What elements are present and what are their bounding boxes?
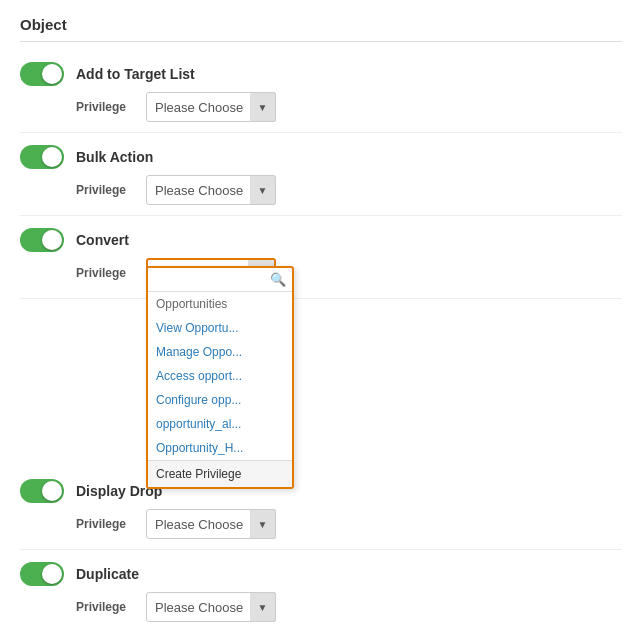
privilege-label-add-to-target-list: Privilege — [76, 100, 146, 114]
toggle-display-drop[interactable] — [20, 479, 64, 503]
privilege-select-duplicate[interactable]: Please Choose — [146, 592, 276, 622]
item-convert: Convert Privilege Please Choose ▼ 🔍 Oppo… — [20, 216, 622, 299]
item-bulk-action: Bulk Action Privilege Please Choose — [20, 133, 622, 216]
privilege-select-display-drop[interactable]: Please Choose — [146, 509, 276, 539]
privilege-label-convert: Privilege — [76, 266, 146, 280]
item-display-drop: Display Drop Privilege Please Choose — [20, 299, 622, 550]
select-wrapper-bulk-action: Please Choose — [146, 175, 276, 205]
select-wrapper-add-to-target-list: Please Choose — [146, 92, 276, 122]
item-add-to-target-list: Add to Target List Privilege Please Choo… — [20, 50, 622, 133]
privilege-select-add-to-target-list[interactable]: Please Choose — [146, 92, 276, 122]
section-title: Object — [20, 16, 622, 42]
dropdown-search-input[interactable] — [154, 272, 268, 287]
toggle-add-to-target-list[interactable] — [20, 62, 64, 86]
toggle-duplicate[interactable] — [20, 562, 64, 586]
dropdown-item-access-opport[interactable]: Access opport... — [148, 364, 292, 388]
toggle-convert[interactable] — [20, 228, 64, 252]
item-title-convert: Convert — [76, 232, 129, 248]
item-title-add-to-target-list: Add to Target List — [76, 66, 195, 82]
privilege-label-duplicate: Privilege — [76, 600, 146, 614]
search-icon: 🔍 — [270, 272, 286, 287]
dropdown-search-area: 🔍 — [148, 268, 292, 292]
dropdown-item-view-opportu[interactable]: View Opportu... — [148, 316, 292, 340]
dropdown-item-configure-opp[interactable]: Configure opp... — [148, 388, 292, 412]
dropdown-item-manage-oppo[interactable]: Manage Oppo... — [148, 340, 292, 364]
item-title-bulk-action: Bulk Action — [76, 149, 153, 165]
select-wrapper-display-drop: Please Choose — [146, 509, 276, 539]
dropdown-section-opportunities: Opportunities — [148, 292, 292, 316]
dropdown-item-opportunity-h[interactable]: Opportunity_H... — [148, 436, 292, 460]
dropdown-options-list: Opportunities View Opportu... Manage Opp… — [148, 292, 292, 460]
item-duplicate: Duplicate Privilege Please Choose — [20, 550, 622, 624]
privilege-select-bulk-action[interactable]: Please Choose — [146, 175, 276, 205]
dropdown-item-opportunity-al[interactable]: opportunity_al... — [148, 412, 292, 436]
privilege-label-bulk-action: Privilege — [76, 183, 146, 197]
select-wrapper-duplicate: Please Choose — [146, 592, 276, 622]
create-privilege-option[interactable]: Create Privilege — [148, 460, 292, 487]
privilege-label-display-drop: Privilege — [76, 517, 146, 531]
page-container: Object Add to Target List Privilege Plea… — [0, 0, 642, 624]
convert-dropdown-panel: 🔍 Opportunities View Opportu... Manage O… — [146, 266, 294, 489]
toggle-bulk-action[interactable] — [20, 145, 64, 169]
item-title-duplicate: Duplicate — [76, 566, 139, 582]
